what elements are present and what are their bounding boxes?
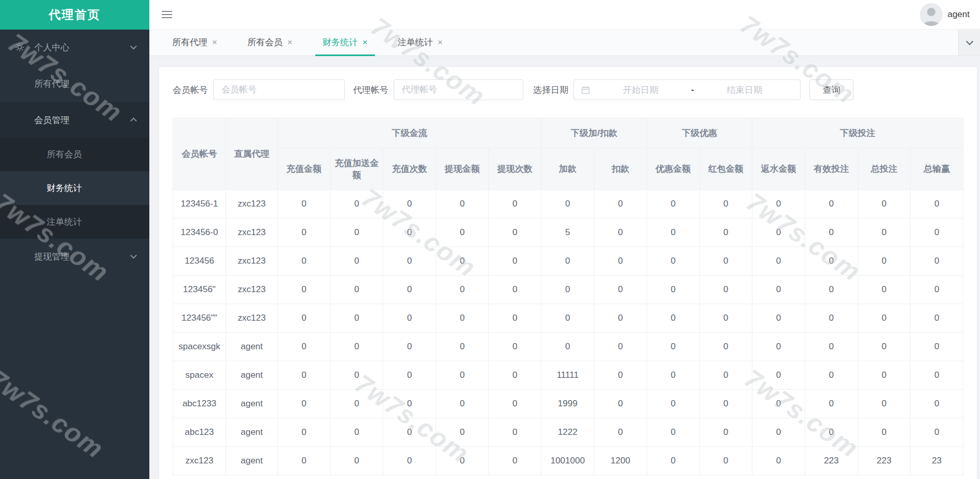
value-cell: 0 [805, 390, 858, 418]
value-cell: 0 [752, 304, 805, 333]
value-cell: 0 [436, 190, 489, 218]
date-range-input[interactable]: 开始日期 - 结束日期 [573, 79, 801, 100]
sidebar-item-withdrawal-management[interactable]: 提现管理 [0, 239, 149, 274]
tab-all-members[interactable]: 所有会员 × [240, 30, 300, 56]
chevron-down-icon [130, 252, 137, 259]
hamburger-menu-icon[interactable] [162, 11, 172, 18]
value-cell: 0 [647, 218, 699, 247]
table-row: spacexagent00000111110000000 [173, 361, 963, 390]
value-cell: 223 [805, 447, 858, 475]
value-cell: 0 [436, 418, 489, 447]
tab-bet-statistics[interactable]: 注单统计 × [390, 30, 450, 56]
value-cell: 0 [911, 361, 963, 390]
value-cell: 0 [383, 304, 436, 333]
tab-label: 财务统计 [323, 36, 358, 48]
tab-all-agents[interactable]: 所有代理 × [165, 30, 225, 56]
value-cell: 0 [488, 418, 541, 447]
column-header: 充值加送金额 [330, 148, 383, 190]
value-cell: 0 [752, 218, 805, 247]
value-cell: 0 [436, 304, 489, 333]
value-cell: 0 [699, 276, 752, 304]
value-cell: 0 [911, 333, 963, 361]
close-icon[interactable]: × [362, 38, 368, 47]
value-cell: 0 [383, 333, 436, 361]
value-cell: 0 [805, 247, 858, 276]
sidebar-item-financial-statistics[interactable]: 财务统计 [0, 171, 149, 205]
tabbar: 所有代理 × 所有会员 × 财务统计 × 注单统计 × [149, 30, 980, 56]
value-cell: 0 [278, 390, 331, 418]
value-cell: 0 [436, 390, 489, 418]
column-header-member-account: 会员帐号 [173, 118, 226, 190]
member-account-cell: 123456-0 [173, 218, 226, 247]
sidebar-item-member-management[interactable]: 会员管理 [0, 102, 149, 138]
sidebar-item-all-members[interactable]: 所有会员 [0, 138, 149, 171]
value-cell: 0 [436, 276, 489, 304]
member-account-cell: spacexsgk [173, 333, 226, 361]
column-header: 有效投注 [805, 148, 858, 190]
sidebar-item-bet-statistics[interactable]: 注单统计 [0, 205, 149, 239]
user-menu[interactable]: agent [920, 3, 980, 26]
direct-agent-cell: agent [226, 447, 278, 475]
member-account-cell: 123456"" [173, 304, 226, 333]
value-cell: 0 [911, 276, 963, 304]
close-icon[interactable]: × [438, 38, 443, 47]
value-cell: 0 [330, 276, 383, 304]
content-card: 会员帐号 代理帐号 选择日期 开始日期 - 结束日期 查询 [159, 67, 977, 479]
user-avatar[interactable] [920, 3, 943, 26]
value-cell: 0 [488, 333, 541, 361]
tab-label: 所有会员 [247, 36, 283, 48]
group-header-betting: 下级投注 [752, 118, 963, 148]
value-cell: 0 [911, 218, 963, 247]
value-cell: 0 [278, 304, 331, 333]
value-cell: 0 [805, 361, 858, 390]
sidebar-item-all-agents[interactable]: 所有代理 [0, 65, 149, 102]
group-header-cash-flow: 下级金流 [278, 118, 541, 148]
value-cell: 0 [383, 218, 436, 247]
value-cell: 0 [858, 418, 911, 447]
chevron-up-icon [130, 117, 137, 124]
chevron-down-icon [130, 43, 137, 50]
sidebar-item-personal-center[interactable]: 个人中心 [0, 30, 149, 65]
sidebar-item-label: 个人中心 [34, 42, 69, 53]
value-cell: 0 [594, 218, 647, 247]
value-cell: 0 [436, 447, 489, 475]
direct-agent-cell: zxc123 [226, 276, 278, 304]
value-cell: 0 [911, 390, 963, 418]
query-button[interactable]: 查询 [809, 79, 853, 100]
direct-agent-cell: agent [226, 418, 278, 447]
column-header: 加款 [541, 148, 594, 190]
value-cell: 0 [330, 447, 383, 475]
value-cell: 0 [699, 418, 752, 447]
value-cell: 0 [488, 304, 541, 333]
value-cell: 0 [647, 247, 699, 276]
close-icon[interactable]: × [287, 38, 292, 47]
value-cell: 0 [278, 218, 331, 247]
tab-financial-statistics[interactable]: 财务统计 × [315, 30, 375, 56]
member-account-input[interactable] [213, 79, 345, 100]
gear-icon [15, 42, 25, 52]
end-date-placeholder[interactable]: 结束日期 [696, 84, 793, 96]
value-cell: 0 [383, 390, 436, 418]
table-row: zxc123agent000001001000120000022322323 [173, 447, 963, 475]
member-account-cell: 123456" [173, 276, 226, 304]
value-cell: 0 [647, 418, 699, 447]
member-account-cell: abc123 [173, 418, 226, 447]
close-icon[interactable]: × [212, 38, 217, 47]
value-cell: 0 [805, 333, 858, 361]
value-cell: 0 [278, 276, 331, 304]
value-cell: 1200 [594, 447, 647, 475]
tab-overflow-button[interactable] [958, 30, 980, 56]
sidebar-item-label: 提现管理 [34, 251, 69, 263]
start-date-placeholder[interactable]: 开始日期 [592, 84, 689, 96]
direct-agent-cell: agent [226, 390, 278, 418]
value-cell: 0 [858, 333, 911, 361]
value-cell: 0 [594, 390, 647, 418]
value-cell: 223 [858, 447, 911, 475]
calendar-icon [581, 86, 590, 94]
value-cell: 0 [278, 447, 331, 475]
direct-agent-cell: zxc123 [226, 190, 278, 218]
agent-account-input[interactable] [394, 79, 523, 100]
table-row: abc123agent0000012220000000 [173, 418, 963, 447]
value-cell: 0 [805, 418, 858, 447]
value-cell: 0 [911, 190, 963, 218]
